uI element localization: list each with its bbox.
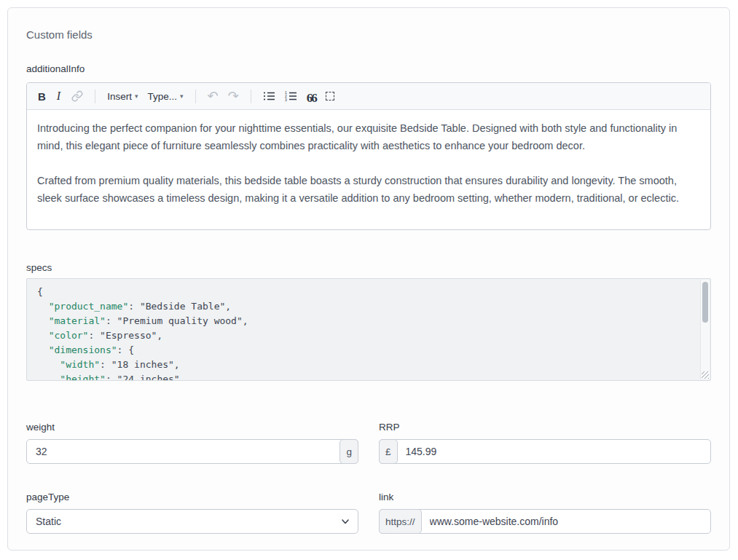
undo-icon[interactable]: ↶	[208, 90, 219, 103]
link-input[interactable]	[421, 510, 710, 533]
rrp-input-group: £	[379, 439, 711, 464]
blockquote-icon[interactable]: 66	[307, 89, 316, 104]
italic-button[interactable]: I	[55, 90, 62, 102]
paragraph: Crafted from premium quality materials, …	[37, 172, 700, 207]
bold-button[interactable]: B	[38, 91, 46, 102]
toolbar-divider	[95, 90, 95, 103]
field-weight: weight g	[26, 422, 358, 464]
pageType-select[interactable]: Static	[26, 509, 358, 534]
paragraph: Introducing the perfect companion for yo…	[37, 119, 700, 154]
field-link: link https://	[379, 492, 711, 534]
rich-text-editor: B I Insert ▾ Type... ▾ ↶ ↷	[26, 82, 711, 230]
insert-dropdown-label: Insert	[107, 91, 132, 102]
field-rrp: RRP £	[379, 422, 711, 464]
currency-addon: £	[379, 439, 398, 464]
chevron-down-icon: ▾	[135, 92, 138, 100]
rte-content[interactable]: Introducing the perfect companion for yo…	[27, 110, 710, 216]
numbered-list-icon[interactable]: 1 2 3	[285, 90, 297, 102]
inline-object-icon[interactable]	[326, 92, 334, 100]
type-dropdown-label: Type...	[147, 91, 177, 102]
bullet-list-icon[interactable]	[263, 90, 275, 102]
resize-handle-icon[interactable]	[702, 371, 709, 379]
protocol-addon: https://	[379, 509, 422, 534]
scrollbar[interactable]	[700, 280, 710, 379]
specs-code-editor[interactable]: { "product_name": "Bedside Table", "mate…	[26, 278, 711, 381]
insert-dropdown[interactable]: Insert ▾	[107, 91, 138, 102]
custom-fields-card: Custom fields additionalInfo B I Insert …	[7, 7, 730, 551]
field-label-link: link	[379, 492, 711, 502]
weight-input-group: g	[26, 439, 358, 464]
field-label-rrp: RRP	[379, 422, 711, 433]
rte-toolbar: B I Insert ▾ Type... ▾ ↶ ↷	[27, 83, 710, 110]
link-icon[interactable]	[71, 90, 83, 102]
weight-unit-addon: g	[339, 439, 358, 464]
weight-input[interactable]	[27, 440, 340, 463]
link-input-group: https://	[379, 509, 711, 534]
field-label-weight: weight	[26, 422, 358, 433]
field-pageType: pageType Static	[26, 492, 358, 534]
toolbar-divider	[195, 90, 196, 103]
chevron-down-icon: ▾	[180, 92, 184, 100]
field-label-pageType: pageType	[26, 492, 358, 502]
svg-text:3: 3	[285, 98, 287, 102]
type-style-dropdown[interactable]: Type... ▾	[147, 91, 183, 102]
field-label-specs: specs	[26, 262, 711, 273]
redo-icon[interactable]: ↷	[228, 90, 239, 103]
toolbar-divider	[251, 90, 251, 103]
field-label-additionalInfo: additionalInfo	[26, 63, 711, 74]
pageType-select-wrap: Static	[26, 509, 358, 534]
scrollbar-thumb[interactable]	[702, 282, 708, 323]
rrp-input[interactable]	[397, 440, 710, 463]
specs-code[interactable]: { "product_name": "Bedside Table", "mate…	[27, 279, 710, 380]
page-title: Custom fields	[26, 28, 711, 41]
